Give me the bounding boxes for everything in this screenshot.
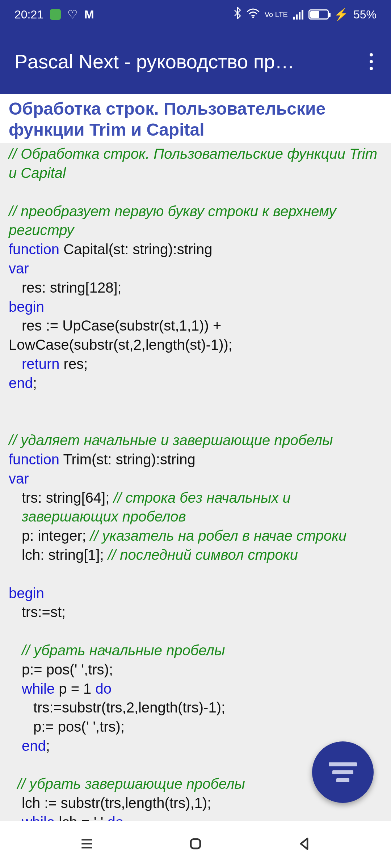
code-text: ; [33,375,37,391]
code-keyword: while [22,681,55,697]
code-text: res := UpCase(substr(st,1,1)) + [9,316,221,335]
code-keyword: function [9,451,59,467]
volte-label: Vo LTE [265,11,288,18]
code-text: p: integer; [22,528,90,544]
heart-icon: ♡ [67,8,78,21]
code-comment: // удаляет начальные и завершающие пробе… [9,432,333,448]
battery-icon [308,9,329,20]
fab-line-icon [329,762,357,766]
code-keyword: return [22,356,60,372]
page-heading: Обработка строк. Пользовательские функци… [9,97,382,143]
home-button[interactable] [188,836,203,853]
system-nav-bar [0,821,391,868]
bluetooth-icon [234,7,241,22]
code-comment: // указатель на робел в начае строки [90,528,346,544]
code-text: p:= pos(' ',trs); [9,660,113,679]
code-keyword: var [9,260,29,276]
recent-apps-button[interactable] [79,836,95,853]
status-left: 20:21 ♡ M [14,8,94,21]
signal-icon [293,9,303,20]
code-text: trs:=substr(trs,2,length(trs)-1); [9,698,225,717]
table-of-contents-fab[interactable] [312,741,374,803]
code-comment: // преобразует первую букву строки к вер… [9,203,336,238]
more-options-button[interactable] [366,50,377,74]
svg-rect-4 [191,839,200,848]
code-comment: // убрать завершающие пробелы [9,774,245,793]
code-text: lch := substr(trs,length(trs),1); [9,793,211,813]
charging-icon: ⚡ [334,8,348,21]
code-keyword: begin [9,585,44,601]
battery-percent: 55% [353,8,377,21]
back-button[interactable] [296,836,312,853]
code-text: res; [60,356,88,372]
code-keyword: begin [9,299,44,315]
app-bar: Pascal Next - руководство пр… [0,29,391,94]
app-title: Pascal Next - руководство пр… [14,50,294,73]
code-text: p = 1 [55,681,95,697]
code-comment: // убрать начальные пробелы [9,641,225,660]
code-text: ; [46,738,50,754]
battery-status-icon [50,9,61,20]
code-text: lch: string[1]; [22,547,108,563]
code-keyword: do [95,681,112,697]
wifi-icon [247,8,260,21]
code-text: trs: string[64]; [22,490,113,506]
code-comment: // последний символ строки [108,547,298,563]
code-text: res: string[128]; [9,278,122,297]
status-right: Vo LTE ⚡ 55% [234,7,377,22]
code-text: Trim(st: string):string [59,451,196,467]
code-keyword: function [9,241,59,257]
code-keyword: end [9,375,33,391]
status-bar: 20:21 ♡ M Vo LTE ⚡ 55% [0,0,391,29]
fab-line-icon [336,778,349,782]
code-keyword: var [9,471,29,486]
code-comment: // Обработка строк. Пользовательские фун… [9,146,377,181]
fab-line-icon [332,770,353,774]
code-text: LowCase(substr(st,2,length(st)-1)); [9,337,232,353]
mail-icon: M [84,8,94,21]
code-keyword: end [22,738,46,754]
status-time: 20:21 [14,8,43,21]
code-text: Capital(st: string):string [59,241,212,257]
code-text: trs:=st; [9,603,66,622]
code-text: p:= pos(' ',trs); [9,717,125,736]
svg-point-0 [252,16,254,18]
